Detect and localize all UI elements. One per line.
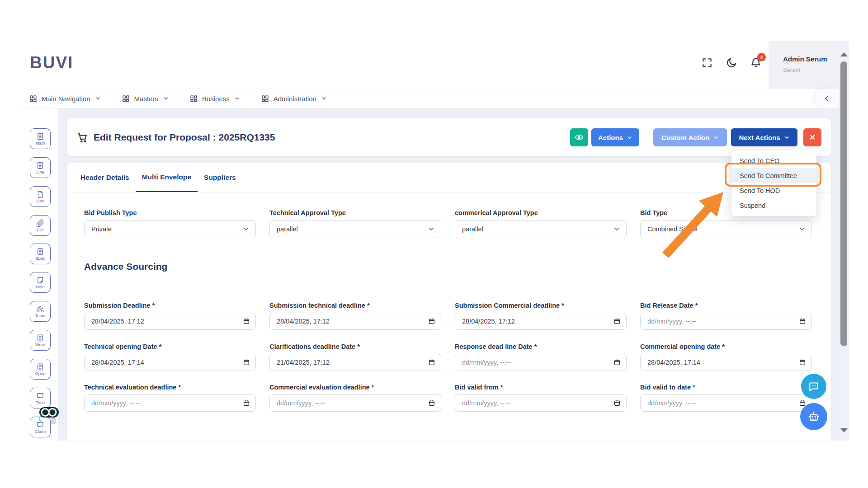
sidebar-item-word[interactable]: Word: [30, 330, 51, 351]
sidebar-item-line[interactable]: Line: [30, 157, 51, 178]
sidebar-item-claim[interactable]: Claim: [30, 417, 51, 437]
chat-fab-button[interactable]: [801, 374, 826, 399]
brand-logo: BUVI: [30, 53, 73, 72]
page-scrollbar[interactable]: [839, 41, 849, 441]
notifications-bell-icon[interactable]: 4: [750, 57, 762, 69]
nav-item-main-navigation[interactable]: Main Navigation: [29, 95, 101, 103]
sidebar-item-note[interactable]: Note: [30, 272, 51, 293]
chevron-down-icon: [428, 225, 435, 233]
calendar-icon[interactable]: [613, 359, 621, 366]
navbar-collapse-button[interactable]: [815, 89, 839, 108]
sidebar-label: Claim: [35, 429, 46, 434]
commercial-approval-type-select[interactable]: parallel: [455, 220, 627, 238]
page-icon: [36, 190, 44, 198]
datetime-input[interactable]: dd/mm/yyyy, --:--: [640, 394, 812, 412]
section-title: Advance Sourcing: [84, 261, 167, 272]
sidebar-label: Open: [35, 371, 45, 376]
field-commercial-opening-date: Commercial opening date * 28/04/2025, 17…: [640, 343, 812, 371]
section-divider: [80, 294, 817, 294]
sidebar-label: Tech: [36, 400, 45, 405]
note-icon: [36, 276, 44, 284]
menu-item-send-to-committee[interactable]: Send To Committee: [731, 168, 816, 183]
paperclip-icon: [36, 219, 44, 227]
datetime-input[interactable]: dd/mm/yyyy, --:--: [84, 394, 256, 412]
field-bid-release-date: Bid Release Date * dd/mm/yyyy, --:--: [640, 302, 812, 330]
close-button[interactable]: ✕: [803, 128, 821, 146]
technical-approval-type-select[interactable]: parallel: [269, 220, 441, 238]
form-card: Header Details Multi Envelope Suppliers …: [67, 163, 831, 441]
robot-icon: [807, 410, 821, 423]
sidebar-item-tech[interactable]: Tech: [30, 388, 51, 408]
calendar-icon[interactable]: [613, 318, 621, 325]
sidebar-item-open[interactable]: Open: [30, 359, 51, 380]
datetime-input[interactable]: 28/04/2025, 17:14: [84, 354, 256, 371]
field-bid-valid-from: Bid valid from * dd/mm/yyyy, --:--: [455, 384, 627, 412]
nav-item-business[interactable]: Business: [190, 95, 241, 103]
field-submission-deadline: Submission Deadline * 28/04/2025, 17:12: [84, 302, 256, 330]
chat-icon: [36, 421, 44, 429]
field-technical-approval-type: Technical Approval Type parallel: [269, 209, 441, 238]
cart-icon: [77, 132, 88, 143]
sidebar-item-spec[interactable]: Spec: [30, 244, 51, 264]
datetime-input[interactable]: dd/mm/yyyy, --:--: [455, 354, 627, 371]
fullscreen-icon[interactable]: [701, 57, 713, 69]
nav-item-masters[interactable]: Masters: [122, 95, 169, 103]
field-submission-commercial-deadline: Submission Commercial deadline * 28/04/2…: [455, 302, 627, 330]
close-icon: ✕: [809, 133, 816, 142]
datetime-input[interactable]: 28/04/2025, 17:12: [269, 313, 441, 330]
preview-eye-button[interactable]: [570, 128, 588, 146]
robot-assistant-fab-button[interactable]: [800, 403, 827, 430]
calendar-icon[interactable]: [799, 359, 806, 366]
sidebar-label: Team: [35, 314, 45, 318]
calendar-icon[interactable]: [799, 318, 806, 325]
tab-header-details[interactable]: Header Details: [74, 163, 136, 192]
sidebar-item-doc[interactable]: Doc: [30, 186, 51, 207]
scrollbar-thumb[interactable]: [840, 61, 847, 346]
next-actions-button[interactable]: Next Actions: [731, 128, 797, 146]
nav-label: Main Navigation: [42, 95, 90, 103]
datetime-input[interactable]: 28/04/2025, 17:14: [640, 354, 812, 371]
calendar-icon[interactable]: [243, 318, 250, 325]
scroll-up-arrow[interactable]: [840, 52, 848, 56]
page-title-card: Edit Request for Proposal : 2025RQ1335 A…: [67, 118, 831, 156]
sidebar-item-file[interactable]: File: [30, 215, 51, 236]
nav-item-administration[interactable]: Administration: [261, 95, 327, 103]
datetime-input[interactable]: dd/mm/yyyy, --:--: [640, 313, 812, 330]
tab-multi-envelope[interactable]: Multi Envelope: [136, 163, 198, 192]
calendar-icon[interactable]: [613, 399, 621, 407]
calendar-icon[interactable]: [243, 399, 250, 407]
sidebar-item-team[interactable]: Team: [30, 301, 51, 322]
calendar-icon[interactable]: [428, 399, 435, 407]
chevron-down-icon: [713, 135, 719, 141]
menu-item-send-to-ceo[interactable]: Send To CEO: [731, 153, 816, 168]
datetime-input[interactable]: 28/04/2025, 17:12: [455, 313, 627, 330]
user-profile[interactable]: Admin Serum Serum: [769, 41, 839, 89]
chevron-down-icon: [321, 95, 327, 102]
tab-suppliers[interactable]: Suppliers: [198, 163, 242, 192]
custom-action-button[interactable]: Custom Action: [653, 128, 727, 146]
actions-button[interactable]: Actions: [591, 128, 639, 146]
scroll-down-arrow[interactable]: [840, 428, 848, 432]
calendar-icon[interactable]: [243, 359, 250, 366]
document-icon: [36, 334, 44, 342]
menu-item-send-to-hod[interactable]: Send To HOD: [731, 183, 816, 198]
document-icon: [36, 363, 44, 371]
calendar-icon[interactable]: [428, 318, 435, 325]
datetime-input[interactable]: 28/04/2025, 17:12: [84, 313, 256, 330]
team-icon: [36, 305, 44, 313]
nav-label: Business: [202, 95, 230, 103]
sidebar-item-main[interactable]: Main: [30, 128, 51, 149]
chevron-down-icon: [627, 135, 632, 141]
grid-icon: [29, 95, 37, 103]
menu-item-suspend[interactable]: Suspend: [731, 198, 816, 213]
page-title: Edit Request for Proposal : 2025RQ1335: [94, 132, 275, 143]
datetime-input[interactable]: dd/mm/yyyy, --:--: [269, 394, 441, 412]
datetime-input[interactable]: 21/04/2025, 17:12: [269, 354, 441, 371]
bid-publish-type-select[interactable]: Private: [84, 220, 256, 238]
datetime-input[interactable]: dd/mm/yyyy, --:--: [455, 394, 627, 412]
next-actions-dropdown: Send To CEO Send To Committee Send To HO…: [731, 150, 816, 216]
user-role: Serum: [783, 66, 800, 73]
calendar-icon[interactable]: [428, 359, 435, 366]
dark-mode-moon-icon[interactable]: [726, 57, 737, 69]
bid-type-select[interactable]: Combined Single: [640, 220, 812, 238]
